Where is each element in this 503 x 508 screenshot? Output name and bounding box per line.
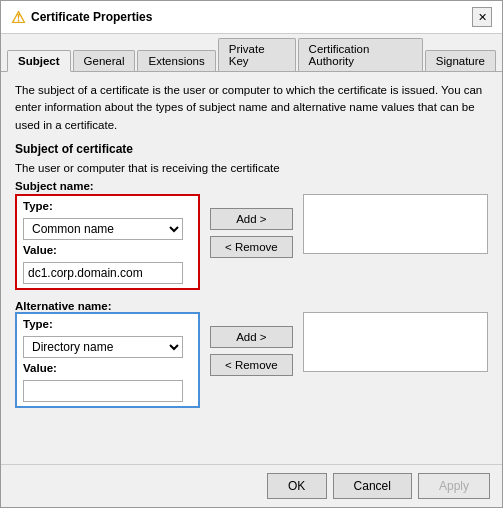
tabs-bar: Subject General Extensions Private Key C… [1, 34, 502, 72]
ok-button[interactable]: OK [267, 473, 327, 499]
tab-extensions[interactable]: Extensions [137, 50, 215, 71]
alt-btn-group: Add > < Remove [210, 312, 293, 376]
tab-content: The subject of a certificate is the user… [1, 72, 502, 464]
alt-name-label: Alternative name: [15, 300, 488, 312]
subject-btn-group: Add > < Remove [210, 194, 293, 258]
alt-value-label: Value: [23, 362, 192, 374]
subject-of-cert-label: Subject of certificate [15, 142, 488, 156]
cancel-button[interactable]: Cancel [333, 473, 412, 499]
value-label: Value: [23, 244, 192, 256]
remove-button[interactable]: < Remove [210, 236, 293, 258]
alt-type-label: Type: [23, 318, 192, 330]
dialog-title: Certificate Properties [31, 10, 152, 24]
subject-of-cert-desc: The user or computer that is receiving t… [15, 162, 488, 174]
close-button[interactable]: ✕ [472, 7, 492, 27]
subject-name-section: Subject name: Type: Common name Country … [15, 180, 488, 290]
subject-name-label: Subject name: [15, 180, 488, 192]
alt-value-input[interactable] [23, 380, 183, 402]
alt-field-group: Type: Directory name DNS Email IP addres… [15, 312, 200, 408]
subject-description: The subject of a certificate is the user… [15, 82, 488, 134]
tab-private-key[interactable]: Private Key [218, 38, 296, 71]
tab-subject[interactable]: Subject [7, 50, 71, 72]
value-input[interactable] [23, 262, 183, 284]
tab-certification-authority[interactable]: Certification Authority [298, 38, 423, 71]
alt-name-section: Alternative name: Type: Directory name D… [15, 296, 488, 408]
dialog-icon: ⚠ [11, 8, 25, 27]
title-bar-left: ⚠ Certificate Properties [11, 8, 152, 27]
certificate-properties-dialog: ⚠ Certificate Properties ✕ Subject Gener… [0, 0, 503, 508]
subject-field-group: Type: Common name Country Locality State… [15, 194, 200, 290]
tab-general[interactable]: General [73, 50, 136, 71]
apply-button[interactable]: Apply [418, 473, 490, 499]
subject-name-row: Type: Common name Country Locality State… [15, 194, 488, 290]
subject-input-group: Type: Common name Country Locality State… [15, 194, 200, 290]
alt-add-button[interactable]: Add > [210, 326, 293, 348]
alt-list-box[interactable] [303, 312, 488, 372]
type-select[interactable]: Common name Country Locality State Organ… [23, 218, 183, 240]
bottom-bar: OK Cancel Apply [1, 464, 502, 507]
title-bar: ⚠ Certificate Properties ✕ [1, 1, 502, 34]
type-label: Type: [23, 200, 192, 212]
alt-type-select[interactable]: Directory name DNS Email IP address URI [23, 336, 183, 358]
add-button[interactable]: Add > [210, 208, 293, 230]
tab-signature[interactable]: Signature [425, 50, 496, 71]
subject-list-box[interactable] [303, 194, 488, 254]
alt-name-row: Type: Directory name DNS Email IP addres… [15, 312, 488, 408]
alt-input-group: Type: Directory name DNS Email IP addres… [15, 312, 200, 408]
alt-remove-button[interactable]: < Remove [210, 354, 293, 376]
